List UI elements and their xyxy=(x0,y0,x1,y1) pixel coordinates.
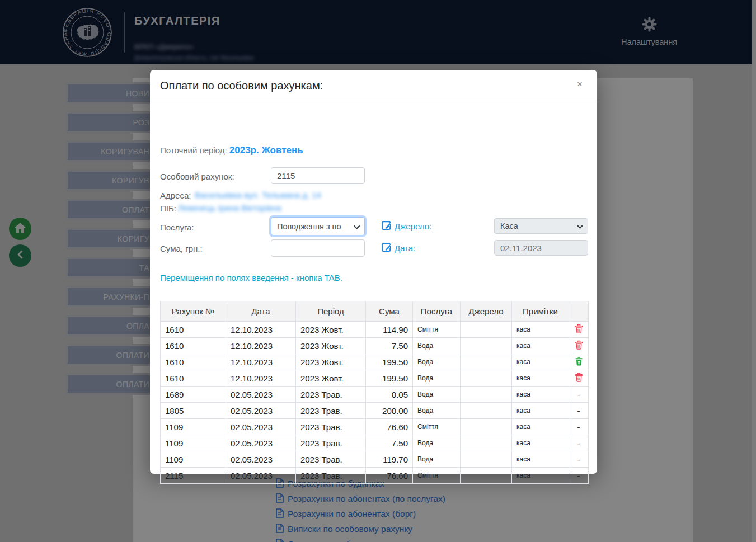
col-sum: Сума xyxy=(366,301,413,322)
table-row: 161012.10.20232023 Жовт.199.50Водакаса xyxy=(161,354,589,370)
cell-account: 1109 xyxy=(161,419,226,435)
col-account: Рахунок № xyxy=(161,301,226,322)
cell-service: Вода xyxy=(413,451,461,468)
cell-sum: 114.90 xyxy=(366,322,413,338)
cell-sum: 200.00 xyxy=(366,403,413,419)
date-label: Дата: xyxy=(395,243,415,253)
cell-note: каса xyxy=(512,338,569,354)
cell-date: 02.05.2023 xyxy=(226,387,296,403)
col-period: Період xyxy=(296,301,366,322)
cell-source xyxy=(461,354,512,370)
close-icon[interactable]: × xyxy=(574,78,586,91)
cell-date: 02.05.2023 xyxy=(226,435,296,451)
table-row: 161012.10.20232023 Жовт.199.50Водакаса xyxy=(161,370,589,387)
current-period: Поточний період: 2023р. Жовтень xyxy=(160,145,303,156)
cell-date: 12.10.2023 xyxy=(226,338,296,354)
app-window: НОВИРОЗКОРИГУВАНКОРИГУВОПЛАТКОРИГУТАРАХУ… xyxy=(0,0,756,542)
payments-table: Рахунок № Дата Період Сума Послуга Джере… xyxy=(160,301,589,484)
cell-period: 2023 Трав. xyxy=(296,468,366,484)
sum-input[interactable] xyxy=(271,239,365,257)
account-input[interactable] xyxy=(271,167,365,184)
col-date: Дата xyxy=(226,301,296,322)
col-source: Джерело xyxy=(461,301,512,322)
chevron-down-icon xyxy=(577,221,583,230)
cell-action: - xyxy=(569,451,589,468)
cell-note: каса xyxy=(512,468,569,484)
cell-source xyxy=(461,322,512,338)
cell-source xyxy=(461,370,512,387)
cell-account: 1610 xyxy=(161,354,226,370)
service-select[interactable]: Поводження з по xyxy=(271,217,365,235)
cell-period: 2023 Жовт. xyxy=(296,338,366,354)
cell-source xyxy=(461,338,512,354)
cell-service: Вода xyxy=(413,387,461,403)
period-label: Поточний період: xyxy=(160,145,227,155)
edit-source-icon[interactable] xyxy=(382,220,392,233)
cell-period: 2023 Жовт. xyxy=(296,354,366,370)
modal-body: Поточний період: 2023р. Жовтень Особовий… xyxy=(150,102,597,473)
cell-period: 2023 Трав. xyxy=(296,403,366,419)
cell-sum: 119.70 xyxy=(366,451,413,468)
cell-account: 2115 xyxy=(161,468,226,484)
cell-source xyxy=(461,468,512,484)
cell-date: 12.10.2023 xyxy=(226,322,296,338)
table-row: 180502.05.20232023 Трав.200.00Водакаса- xyxy=(161,403,589,419)
address-label: Адреса: xyxy=(160,191,191,200)
cell-action: - xyxy=(569,468,589,484)
table-header-row: Рахунок № Дата Період Сума Послуга Джере… xyxy=(161,301,589,322)
edit-date-icon[interactable] xyxy=(382,242,392,254)
cell-note: каса xyxy=(512,370,569,387)
cell-period: 2023 Трав. xyxy=(296,387,366,403)
date-input[interactable] xyxy=(494,240,588,256)
delete-button[interactable] xyxy=(572,340,585,352)
modal-title: Оплати по особовим рахункам: xyxy=(160,79,323,92)
table-row: 168902.05.20232023 Трав.0.05Водакаса- xyxy=(161,387,589,403)
account-label: Особовий рахунок: xyxy=(160,172,234,181)
chevron-down-icon xyxy=(354,222,360,231)
cell-account: 1610 xyxy=(161,370,226,387)
period-value: 2023р. Жовтень xyxy=(229,145,303,155)
cell-sum: 76.60 xyxy=(366,468,413,484)
cell-period: 2023 Жовт. xyxy=(296,370,366,387)
cell-source xyxy=(461,435,512,451)
cell-service: Вода xyxy=(413,435,461,451)
cell-service: Вода xyxy=(413,338,461,354)
col-service: Послуга xyxy=(413,301,461,322)
cell-account: 1109 xyxy=(161,435,226,451)
cell-action xyxy=(569,370,589,387)
address-value: Васильківка вул. Тельмана д. 14 xyxy=(195,190,321,200)
trash-icon xyxy=(575,343,583,352)
delete-button[interactable] xyxy=(572,323,585,336)
cell-sum: 7.50 xyxy=(366,338,413,354)
trash-arrow-up-icon xyxy=(575,360,583,368)
source-select[interactable]: Каса xyxy=(494,218,588,234)
cell-service: Сміття xyxy=(413,322,461,338)
table-row: 110902.05.20232023 Трав.119.70Водакаса- xyxy=(161,451,589,468)
name-value: Левенець Ірина Вікторівна xyxy=(178,203,281,213)
cell-service: Вода xyxy=(413,403,461,419)
cell-date: 02.05.2023 xyxy=(226,451,296,468)
restore-button[interactable] xyxy=(572,356,585,369)
cell-sum: 0.05 xyxy=(366,387,413,403)
table-row: 211502.05.20232023 Трав.76.60Сміттякаса- xyxy=(161,468,589,484)
cell-account: 1805 xyxy=(161,403,226,419)
cell-period: 2023 Трав. xyxy=(296,435,366,451)
cell-period: 2023 Трав. xyxy=(296,451,366,468)
cell-sum: 199.50 xyxy=(366,354,413,370)
cell-note: каса xyxy=(512,435,569,451)
source-label: Джерело: xyxy=(395,221,431,231)
table-row: 161012.10.20232023 Жовт.7.50Водакаса xyxy=(161,338,589,354)
tab-hint: Переміщення по полях введення - кнопка T… xyxy=(160,273,342,282)
cell-account: 1689 xyxy=(161,387,226,403)
cell-service: Вода xyxy=(413,354,461,370)
cell-period: 2023 Трав. xyxy=(296,419,366,435)
sum-label: Сума, грн.: xyxy=(160,244,203,253)
cell-date: 12.10.2023 xyxy=(226,370,296,387)
cell-date: 02.05.2023 xyxy=(226,468,296,484)
delete-button[interactable] xyxy=(572,372,585,385)
cell-date: 02.05.2023 xyxy=(226,419,296,435)
trash-icon xyxy=(575,376,583,384)
service-select-value: Поводження з по xyxy=(277,222,341,231)
cell-account: 1109 xyxy=(161,451,226,468)
payments-modal: Оплати по особовим рахункам: × Поточний … xyxy=(150,70,597,474)
